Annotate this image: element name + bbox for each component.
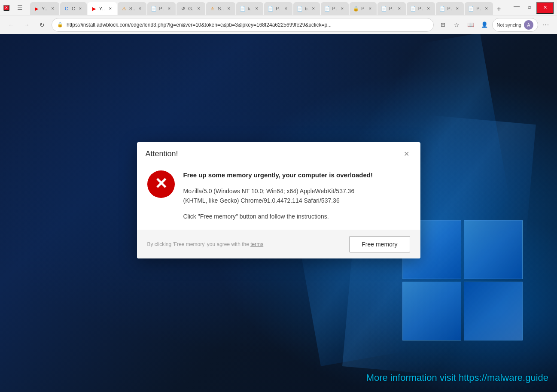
tab-favicon-13: 📄 bbox=[381, 6, 387, 12]
close-icon: ✕ bbox=[404, 150, 409, 158]
tab-close-12[interactable]: ✕ bbox=[367, 6, 373, 12]
sync-button[interactable]: Not syncing A bbox=[492, 18, 538, 32]
modal-main-message: Free up some memory urgently, your compu… bbox=[183, 170, 410, 179]
attention-modal: Attention! ✕ ✕ Free up some memory urgen… bbox=[137, 142, 420, 259]
modal-body: ✕ Free up some memory urgently, your com… bbox=[137, 164, 420, 230]
tab-close-13[interactable]: ✕ bbox=[396, 6, 402, 12]
tab-close-7[interactable]: ✕ bbox=[226, 6, 232, 12]
tab-label-14: Pres bbox=[418, 6, 423, 11]
tab-favicon-14: 📄 bbox=[410, 6, 416, 12]
avatar: A bbox=[524, 20, 533, 30]
reload-button[interactable]: ↻ bbox=[36, 19, 48, 31]
error-icon-circle: ✕ bbox=[147, 170, 175, 198]
modal-instruction: Click "Free memory" button and follow th… bbox=[183, 212, 410, 221]
free-memory-label: Free memory bbox=[362, 241, 397, 248]
tab-label-12: Priv bbox=[361, 6, 365, 11]
tab-10[interactable]: 📄 bec ✕ bbox=[293, 2, 320, 15]
new-tab-button[interactable]: + bbox=[494, 3, 504, 15]
tab-1[interactable]: ▶ YouT ✕ bbox=[30, 2, 59, 15]
forward-button[interactable]: → bbox=[21, 19, 33, 31]
modal-header: Attention! ✕ bbox=[137, 142, 420, 164]
tab-label-15: Pres bbox=[447, 6, 453, 11]
desktop: ✕ ☰ ▶ YouT ✕ C Cur ✕ ▶ YouT bbox=[0, 0, 557, 392]
lock-icon: 🔒 bbox=[57, 22, 63, 27]
tab-favicon-1: ▶ bbox=[33, 6, 40, 12]
modal-title: Attention! bbox=[146, 149, 178, 158]
tab-label-2: Cur bbox=[72, 6, 75, 11]
tab-label-5: Pres bbox=[159, 6, 164, 11]
tab-9[interactable]: 📄 Pres ✕ bbox=[264, 2, 292, 15]
window-close-button-right[interactable]: ✕ bbox=[536, 2, 554, 14]
favorites-button[interactable]: ☆ bbox=[451, 19, 463, 31]
tab-label-11: Pres bbox=[332, 6, 338, 11]
tab-4[interactable]: ⚠ Secu ✕ bbox=[118, 2, 147, 15]
address-bar[interactable]: 🔒 https://install.adwblock.com/edge/lend… bbox=[52, 18, 434, 32]
collections-button[interactable]: ⊞ bbox=[437, 19, 449, 31]
sync-label: Not syncing bbox=[497, 22, 521, 27]
tab-7[interactable]: ⚠ Secu ✕ bbox=[206, 2, 235, 15]
forward-icon: → bbox=[24, 21, 30, 28]
tab-close-15[interactable]: ✕ bbox=[454, 6, 460, 12]
browser-chrome: ✕ ☰ ▶ YouT ✕ C Cur ✕ ▶ YouT bbox=[0, 0, 557, 34]
tab-label-16: Pres bbox=[476, 6, 481, 11]
tab-2[interactable]: C Cur ✕ bbox=[60, 2, 87, 15]
window-maximize-button[interactable]: ⧉ bbox=[524, 2, 536, 14]
tab-close-5[interactable]: ✕ bbox=[166, 6, 172, 12]
tab-label-6: Gam bbox=[188, 6, 194, 11]
watermark: More information visit https://malware.g… bbox=[366, 372, 548, 383]
back-icon: ← bbox=[8, 21, 14, 28]
nav-bar: ← → ↻ 🔒 https://install.adwblock.com/edg… bbox=[0, 15, 557, 34]
tab-15[interactable]: 📄 Pres ✕ bbox=[436, 2, 464, 15]
tab-close-8[interactable]: ✕ bbox=[254, 6, 260, 12]
error-x-symbol: ✕ bbox=[155, 176, 167, 191]
tab-close-9[interactable]: ✕ bbox=[283, 6, 289, 12]
modal-content: Free up some memory urgently, your compu… bbox=[183, 170, 410, 222]
window-close-button[interactable]: ✕ bbox=[3, 5, 9, 11]
account-button[interactable]: 👤 bbox=[478, 19, 490, 31]
tab-close-2[interactable]: ✕ bbox=[77, 6, 83, 12]
modal-close-button[interactable]: ✕ bbox=[402, 149, 412, 159]
free-memory-button[interactable]: Free memory bbox=[349, 236, 410, 252]
tab-close-3[interactable]: ✕ bbox=[107, 6, 113, 12]
tab-close-1[interactable]: ✕ bbox=[50, 6, 56, 12]
tab-favicon-2: C bbox=[64, 6, 70, 12]
tab-close-6[interactable]: ✕ bbox=[196, 6, 202, 12]
tab-favicon-10: 📄 bbox=[297, 6, 303, 12]
tab-8[interactable]: 📄 klsd ✕ bbox=[236, 2, 263, 15]
tab-label-9: Pres bbox=[276, 6, 281, 11]
tab-close-14[interactable]: ✕ bbox=[426, 6, 432, 12]
tab-label-1: YouT bbox=[42, 6, 48, 11]
tab-14[interactable]: 📄 Pres ✕ bbox=[407, 2, 435, 15]
title-bar: ✕ ☰ ▶ YouT ✕ C Cur ✕ ▶ YouT bbox=[0, 0, 557, 15]
tab-label-4: Secu bbox=[129, 6, 135, 11]
tab-favicon-7: ⚠ bbox=[210, 6, 216, 12]
tab-3[interactable]: ▶ YouT ✕ bbox=[88, 2, 117, 15]
tab-13[interactable]: 📄 Pres ✕ bbox=[377, 2, 406, 15]
tab-favicon-8: 📄 bbox=[240, 6, 246, 12]
modal-footer: By clicking 'Free memory' you agree with… bbox=[137, 230, 420, 258]
tab-favicon-15: 📄 bbox=[439, 6, 445, 12]
tab-favicon-3: ▶ bbox=[91, 6, 97, 12]
sidebar-toggle-button[interactable]: ☰ bbox=[14, 2, 26, 14]
tab-label-7: Secu bbox=[218, 6, 224, 11]
modal-user-agent: Mozilla/5.0 (Windows NT 10.0; Win64; x64… bbox=[183, 186, 410, 206]
more-options-button[interactable]: ··· bbox=[540, 19, 552, 31]
tab-favicon-12: 🔒 bbox=[353, 6, 359, 12]
window-minimize-button[interactable]: ─ bbox=[511, 2, 523, 14]
tab-label-10: bec bbox=[305, 6, 308, 11]
tab-11[interactable]: 📄 Pres ✕ bbox=[321, 2, 349, 15]
reading-list-button[interactable]: 📖 bbox=[465, 19, 477, 31]
terms-link[interactable]: terms bbox=[250, 241, 263, 247]
tab-close-11[interactable]: ✕ bbox=[339, 6, 345, 12]
tab-6[interactable]: ↺ Gam ✕ bbox=[177, 2, 205, 15]
tab-12[interactable]: 🔒 Priv ✕ bbox=[350, 2, 377, 15]
tab-close-4[interactable]: ✕ bbox=[137, 6, 143, 12]
tab-favicon-5: 📄 bbox=[151, 6, 157, 12]
tab-16[interactable]: 📄 Pres ✕ bbox=[465, 2, 493, 15]
tab-close-10[interactable]: ✕ bbox=[310, 6, 317, 12]
tab-5[interactable]: 📄 Pres ✕ bbox=[147, 2, 176, 15]
tabs-bar: ▶ YouT ✕ C Cur ✕ ▶ YouT ✕ ⚠ Secu ✕ bbox=[28, 0, 505, 15]
tab-close-16[interactable]: ✕ bbox=[484, 6, 490, 12]
avatar-initial: A bbox=[527, 22, 530, 27]
back-button[interactable]: ← bbox=[5, 19, 17, 31]
